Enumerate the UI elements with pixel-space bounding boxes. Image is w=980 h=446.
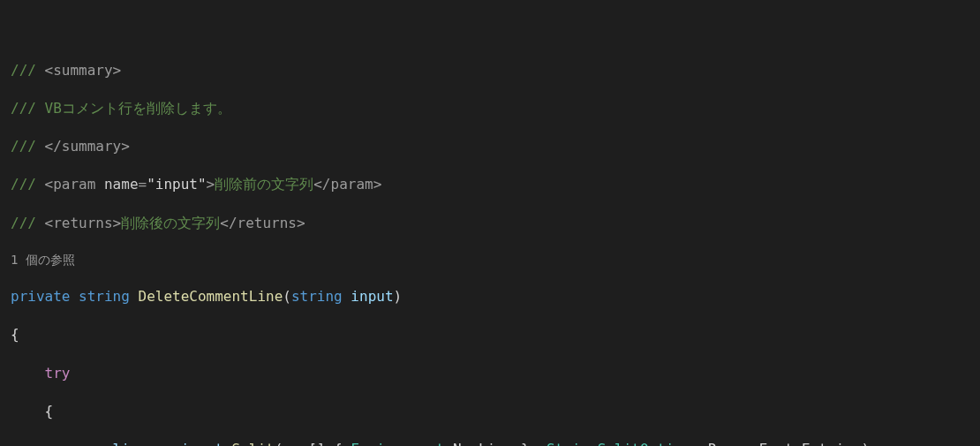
xml-doc-summary-open: /// <summary> [11, 61, 969, 80]
xml-doc-summary-close: /// </summary> [11, 137, 969, 156]
xml-doc-param: /// <param name="input">削除前の文字列</param> [11, 175, 969, 194]
xml-doc-summary-text: /// VBコメント行を削除します。 [11, 99, 969, 118]
code-line-split: var lines = input.Split(new[] { Environm… [11, 440, 969, 446]
brace-open: { [11, 325, 969, 344]
try-keyword: try [11, 364, 969, 383]
try-brace-open: { [11, 402, 969, 421]
codelens-references[interactable]: 1 個の参照 [11, 252, 969, 268]
method-signature: private string DeleteCommentLine(string … [11, 287, 969, 306]
xml-doc-returns: /// <returns>削除後の文字列</returns> [11, 214, 969, 233]
